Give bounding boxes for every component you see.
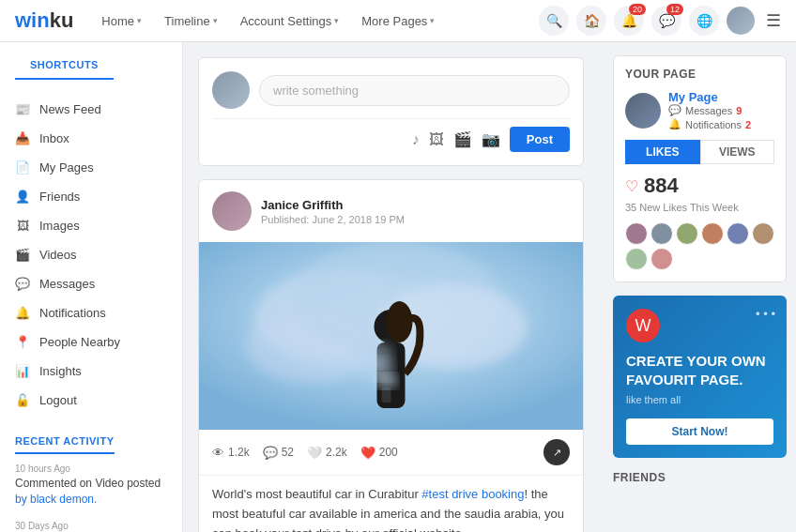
- post-published-date: Published: June 2, 2018 19 PM: [261, 214, 405, 225]
- likes-number: 884: [644, 174, 679, 198]
- likes-count-row: ♡ 884: [625, 174, 774, 198]
- heart-outline-icon: 🤍: [307, 446, 322, 460]
- nav-home[interactable]: Home ▾: [92, 8, 151, 34]
- header-icons: 🔍 🏠 🔔20 💬12 🌐 ☰: [539, 6, 781, 36]
- main-nav: Home ▾ Timeline ▾ Account Settings ▾ Mor…: [92, 8, 539, 34]
- nav-account-settings[interactable]: Account Settings ▾: [231, 8, 349, 34]
- right-sidebar: YOUR PAGE My Page 💬 Messages 9 🔔 Notific…: [604, 42, 796, 532]
- sidebar-item-images[interactable]: 🖼 Images: [0, 211, 182, 240]
- newsfeed-icon: 📰: [15, 102, 30, 116]
- recent-activity-title: RECENT ACTIVITY: [15, 435, 115, 454]
- music-icon[interactable]: ♪: [412, 131, 420, 148]
- user-avatar[interactable]: [727, 7, 755, 35]
- page-name[interactable]: My Page: [668, 90, 751, 104]
- sidebar-item-mypages[interactable]: 📄 My Pages: [0, 153, 182, 182]
- notifications-stat: 🔔 Notifications 2: [668, 118, 751, 130]
- your-page-title: YOUR PAGE: [625, 68, 774, 81]
- ad-title: CREATE YOUR OWN FAVOURIT PAGE.: [626, 352, 773, 388]
- heart-icon: ♡: [625, 177, 638, 195]
- ad-options-icon[interactable]: • • •: [756, 307, 775, 321]
- tab-likes[interactable]: LIKES: [625, 140, 700, 164]
- pages-icon: 📄: [15, 160, 30, 175]
- likes-stat[interactable]: 🤍 2.2k: [307, 446, 347, 460]
- left-sidebar: SHORTCUTS 📰 News Feed 📥 Inbox 📄 My Pages…: [0, 42, 183, 532]
- messages-stat: 💬 Messages 9: [668, 104, 751, 116]
- messages-icon: 💬: [15, 277, 30, 291]
- composer-actions: ♪ 🖼 🎬 📷 Post: [212, 118, 570, 152]
- tab-views[interactable]: VIEWS: [700, 140, 775, 164]
- sidebar-item-videos[interactable]: 🎬 Videos: [0, 240, 182, 269]
- share-button[interactable]: ↗: [543, 439, 570, 465]
- friends-icon: 👤: [15, 190, 30, 204]
- sidebar-item-friends[interactable]: 👤 Friends: [0, 182, 182, 211]
- inbox-icon: 📥: [15, 131, 30, 145]
- menu-button[interactable]: ☰: [766, 10, 781, 31]
- page-layout: SHORTCUTS 📰 News Feed 📥 Inbox 📄 My Pages…: [0, 42, 796, 532]
- write-something-input[interactable]: write something: [259, 75, 570, 106]
- sidebar-item-messages[interactable]: 💬 Messages: [0, 269, 182, 298]
- notifications-button[interactable]: 🔔20: [614, 6, 644, 36]
- search-button[interactable]: 🔍: [539, 6, 569, 36]
- composer-avatar: [212, 71, 250, 109]
- activity-time-1: 10 hours Ago: [15, 464, 167, 474]
- sidebar-item-inbox[interactable]: 📥 Inbox: [0, 124, 182, 153]
- nav-more-pages[interactable]: More Pages ▾: [352, 8, 444, 34]
- message-small-icon: 💬: [668, 104, 681, 116]
- comment-icon: 💬: [263, 446, 278, 460]
- post-image: [199, 242, 583, 430]
- chevron-down-icon: ▾: [137, 16, 142, 25]
- sidebar-item-insights[interactable]: 📊 Insights: [0, 357, 182, 386]
- heart-icon: ❤️: [360, 446, 375, 460]
- ad-brand-icon: W: [626, 309, 660, 342]
- liker-avatar-1: [625, 222, 648, 245]
- photo-icon[interactable]: 🖼: [429, 131, 444, 148]
- home-button[interactable]: 🏠: [576, 6, 606, 36]
- post-card: Janice Griffith Published: June 2, 2018 …: [198, 179, 584, 532]
- header: winku Home ▾ Timeline ▾ Account Settings…: [0, 0, 796, 42]
- post-author-avatar: [212, 191, 252, 231]
- chevron-down-icon: ▾: [430, 16, 435, 25]
- likes-views-tabs: LIKES VIEWS: [625, 140, 774, 164]
- svg-point-4: [246, 308, 377, 383]
- videos-icon: 🎬: [15, 248, 30, 262]
- camera-icon[interactable]: 📷: [482, 130, 500, 148]
- post-button[interactable]: Post: [510, 127, 570, 152]
- sidebar-item-people-nearby[interactable]: 📍 People Nearby: [0, 327, 182, 357]
- post-composer: write something ♪ 🖼 🎬 📷 Post: [198, 57, 584, 166]
- svg-point-12: [352, 342, 393, 368]
- activity-text-1: Commented on Video posted by black demon…: [15, 476, 167, 508]
- sidebar-item-logout[interactable]: 🔓 Logout: [0, 386, 182, 415]
- logo[interactable]: winku: [15, 8, 73, 33]
- recent-activity-section: RECENT ACTIVITY 10 hours Ago Commented o…: [0, 433, 182, 532]
- svg-rect-9: [382, 388, 391, 403]
- location-icon: 📍: [15, 335, 30, 349]
- globe-button[interactable]: 🌐: [689, 6, 719, 36]
- composer-top: write something: [212, 71, 570, 109]
- ad-subtitle: like them all: [626, 394, 773, 405]
- page-stats: 💬 Messages 9 🔔 Notifications 2: [668, 104, 751, 130]
- page-info: My Page 💬 Messages 9 🔔 Notifications 2: [625, 90, 774, 130]
- liker-avatar-6: [752, 222, 774, 245]
- hashtag-link[interactable]: #test drive booking: [421, 487, 524, 501]
- liker-avatar-4: [701, 222, 724, 245]
- post-header: Janice Griffith Published: June 2, 2018 …: [199, 180, 583, 242]
- views-stat: 👁 1.2k: [212, 446, 250, 460]
- video-icon[interactable]: 🎬: [453, 130, 472, 148]
- page-avatar: [625, 93, 661, 129]
- post-image-inner: [199, 242, 583, 430]
- insights-icon: 📊: [15, 364, 30, 378]
- activity-item-1: 10 hours Ago Commented on Video posted b…: [15, 464, 167, 508]
- sidebar-item-newsfeed[interactable]: 📰 News Feed: [0, 95, 182, 124]
- hearts-stat[interactable]: ❤️ 200: [360, 446, 398, 460]
- messages-button[interactable]: 💬12: [651, 6, 681, 36]
- sidebar-item-notifications[interactable]: 🔔 Notifications: [0, 298, 182, 327]
- comments-stat[interactable]: 💬 52: [263, 446, 294, 460]
- ad-start-button[interactable]: Start Now!: [626, 418, 773, 445]
- chevron-down-icon: ▾: [334, 16, 339, 25]
- message-badge: 12: [666, 4, 683, 15]
- main-content: write something ♪ 🖼 🎬 📷 Post Janice Grif…: [183, 42, 599, 532]
- chevron-down-icon: ▾: [213, 16, 218, 25]
- images-icon: 🖼: [15, 219, 30, 233]
- nav-timeline[interactable]: Timeline ▾: [155, 8, 227, 34]
- liker-avatar-3: [676, 222, 698, 245]
